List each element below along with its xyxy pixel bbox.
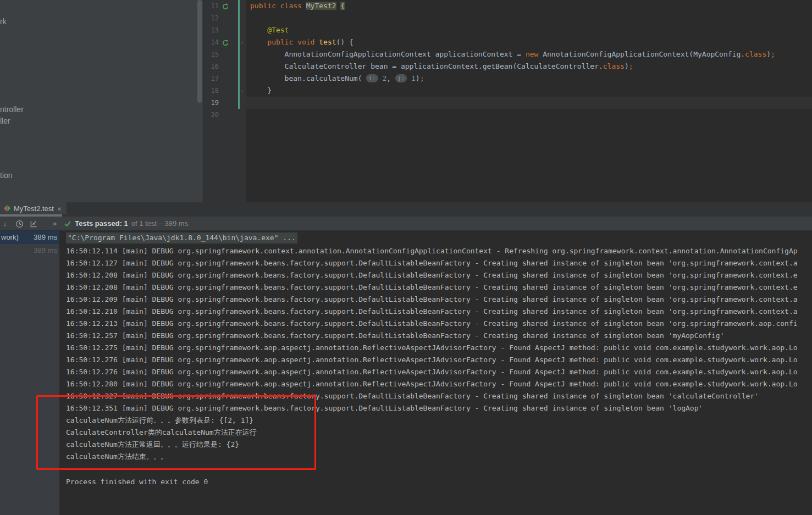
test-duration: 389 ms bbox=[34, 244, 57, 257]
line-number: 16 bbox=[205, 60, 219, 73]
console-log-line: 16:50:12.280 [main] DEBUG org.springfram… bbox=[66, 378, 812, 390]
test-duration: 389 ms bbox=[34, 231, 57, 244]
tests-passed-count: Tests passed: 1 bbox=[75, 219, 128, 228]
test-tree-panel: work)389 ms389 ms bbox=[0, 231, 59, 515]
console-log-line: 16:50:12.213 [main] DEBUG org.springfram… bbox=[66, 318, 812, 330]
project-scrollbar[interactable] bbox=[197, 0, 202, 103]
console-log-line: 16:50:12.275 [main] DEBUG org.springfram… bbox=[66, 342, 812, 354]
console-log-line: 16:50:12.210 [main] DEBUG org.springfram… bbox=[66, 306, 812, 318]
project-tree-item[interactable]: ntroller bbox=[0, 104, 24, 114]
ide-window: rkntrollerllertion 11121314▿15161718▵192… bbox=[0, 0, 812, 515]
console-log-line: 16:50:12.114 [main] DEBUG org.springfram… bbox=[66, 245, 812, 257]
run-test-icon[interactable] bbox=[222, 0, 230, 12]
code-line[interactable] bbox=[250, 109, 812, 121]
run-tab-title: MyTest2.test bbox=[14, 204, 54, 213]
line-number: 12 bbox=[205, 12, 219, 24]
line-number: 15 bbox=[205, 48, 219, 60]
code-line[interactable]: bean.calculateNum( i: 2, j: 1); bbox=[250, 73, 812, 85]
project-tree-item[interactable]: rk bbox=[0, 16, 7, 26]
line-number: 11 bbox=[205, 0, 219, 12]
test-status: Tests passed: 1 of 1 test – 389 ms bbox=[64, 219, 188, 228]
code-line[interactable]: public class MyTest2 { bbox=[250, 0, 812, 12]
console-log-line: 16:50:12.208 [main] DEBUG org.springfram… bbox=[66, 269, 812, 281]
console-log-line: 16:50:12.276 [main] DEBUG org.springfram… bbox=[66, 366, 812, 378]
fold-close-icon[interactable]: ▵ bbox=[240, 85, 245, 97]
test-history-clock-icon[interactable] bbox=[14, 219, 24, 228]
run-tab[interactable]: MyTest2.test × bbox=[0, 202, 67, 214]
line-number: 17 bbox=[205, 73, 219, 85]
line-number: 13 bbox=[205, 24, 219, 36]
code-line[interactable] bbox=[250, 12, 812, 24]
console-log-line: 16:50:12.351 [main] DEBUG org.springfram… bbox=[66, 402, 812, 414]
code-line[interactable]: } bbox=[250, 85, 812, 97]
code-line[interactable]: AnnotationConfigApplicationContext appli… bbox=[250, 48, 812, 60]
junit-run-config-icon bbox=[3, 204, 11, 212]
console-command-line: "C:\Program Files\Java\jdk1.8.0_144\bin\… bbox=[66, 232, 297, 243]
code-line[interactable]: public void test() { bbox=[250, 36, 812, 48]
process-finished-line: Process finished with exit code 0 bbox=[66, 476, 208, 488]
project-tree-item[interactable]: tion bbox=[0, 170, 13, 180]
tests-passed-check-icon bbox=[64, 220, 71, 228]
run-console[interactable]: "C:\Program Files\Java\jdk1.8.0_144\bin\… bbox=[59, 231, 812, 515]
console-log-line: 16:50:12.209 [main] DEBUG org.springfram… bbox=[66, 294, 812, 306]
project-panel: rkntrollerllertion bbox=[0, 0, 203, 202]
close-icon[interactable]: × bbox=[57, 204, 62, 213]
run-toolbar: ↓ » Tests passed: 1 of 1 test – 389 ms bbox=[0, 217, 812, 231]
tests-passed-detail: of 1 test – 389 ms bbox=[131, 219, 188, 228]
test-tree-label: work) bbox=[1, 231, 19, 244]
current-line-highlight bbox=[246, 97, 812, 109]
console-log-line: CalculateController类的calculateNum方法正在运行 bbox=[66, 427, 812, 439]
test-tree-row[interactable]: work)389 ms bbox=[0, 231, 59, 244]
console-log-line: calculateNum方法结束。。。 bbox=[66, 451, 812, 463]
fold-open-icon[interactable]: ▿ bbox=[240, 36, 245, 48]
editor-gutter: 11121314▿15161718▵1920 bbox=[203, 0, 246, 202]
console-log-line: 16:50:12.257 [main] DEBUG org.springfram… bbox=[66, 330, 812, 342]
console-log-line: calculateNum方法正常返回。。。运行结果是: {2} bbox=[66, 439, 812, 451]
line-number: 20 bbox=[205, 109, 219, 121]
code-editor[interactable]: 11121314▿15161718▵1920 public class MyTe… bbox=[203, 0, 812, 202]
code-line[interactable]: CalculateController bean = applicationCo… bbox=[250, 60, 812, 73]
line-number: 19 bbox=[205, 97, 219, 109]
parameter-hint: j: bbox=[395, 74, 407, 82]
more-actions-chevrons[interactable]: » bbox=[53, 219, 57, 228]
scroll-down-icon[interactable]: ↓ bbox=[0, 219, 10, 228]
run-tabbar: MyTest2.test × bbox=[0, 202, 812, 217]
console-log-line: 16:50:12.276 [main] DEBUG org.springfram… bbox=[66, 354, 812, 366]
test-tree-row[interactable]: 389 ms bbox=[0, 244, 59, 257]
line-number: 14 bbox=[205, 36, 219, 48]
console-log-line: 16:50:12.127 [main] DEBUG org.springfram… bbox=[66, 257, 812, 269]
console-log-line: 16:50:12.327 [main] DEBUG org.springfram… bbox=[66, 390, 812, 402]
import-test-results-icon[interactable] bbox=[29, 219, 38, 228]
console-log-line: 16:50:12.208 [main] DEBUG org.springfram… bbox=[66, 281, 812, 294]
run-test-icon[interactable] bbox=[222, 36, 230, 48]
parameter-hint: i: bbox=[366, 74, 378, 82]
line-number: 18 bbox=[205, 85, 219, 97]
project-tree-item[interactable]: ller bbox=[0, 116, 10, 126]
console-log-line: calculateNum方法运行前。。。参数列表是: {[2, 1]} bbox=[66, 414, 812, 427]
code-line[interactable]: @Test bbox=[250, 24, 812, 36]
